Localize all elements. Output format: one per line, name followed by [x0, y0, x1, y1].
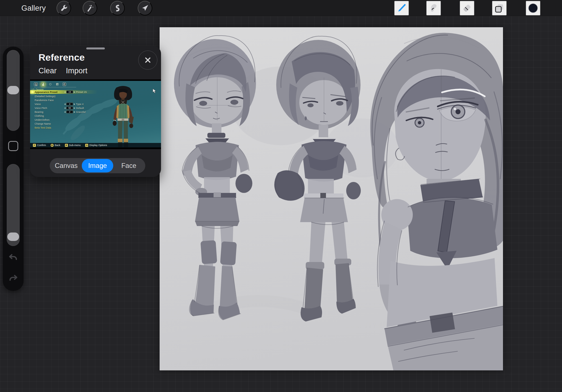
game-footer-bar: F Confirm B Back R Sub-menu G Display Op… — [30, 143, 161, 147]
color-button[interactable] — [526, 1, 540, 15]
tab-face[interactable]: Face — [113, 159, 144, 172]
stepper-right-icon — [74, 91, 75, 93]
tab-image[interactable]: Image — [82, 159, 113, 172]
drawing-canvas[interactable] — [160, 27, 503, 370]
eraser-icon — [462, 3, 472, 13]
redo-arrow-icon — [8, 273, 19, 284]
footer-submenu: R Sub-menu — [65, 144, 81, 147]
modify-button[interactable] — [8, 141, 18, 151]
brush-size-slider[interactable] — [7, 50, 20, 131]
game-menu-item: Clothing — [30, 114, 98, 118]
value-stepper: 50 Default — [64, 106, 84, 110]
artwork-sketch-three-chibi-girls — [160, 27, 503, 370]
paintbrush-icon — [396, 3, 407, 13]
game-tab-bar: Q E — [34, 82, 66, 86]
redo-button[interactable] — [7, 272, 19, 285]
tab-track-line — [34, 87, 76, 87]
game-character-model — [102, 84, 144, 147]
panel-drag-handle[interactable] — [86, 47, 105, 49]
game-screenshot: Q E Design Appearance Preset — [30, 81, 161, 147]
glow-dot-icon — [31, 91, 33, 93]
wrench-icon — [60, 4, 68, 12]
reference-mode-tabs: Canvas Image Face — [50, 158, 145, 173]
stepper-left-icon — [64, 91, 65, 93]
footer-confirm: F Confirm — [33, 144, 46, 147]
game-menu-item: Underclothes — [30, 118, 98, 122]
top-toolbar: Gallery — [0, 0, 562, 16]
erase-tool-button[interactable] — [460, 1, 474, 15]
reference-panel: Reference Clear Import — [30, 46, 161, 177]
reference-image[interactable]: Q E Design Appearance Preset — [30, 79, 161, 149]
undo-arrow-icon — [8, 252, 19, 263]
ring-tab-icon — [49, 83, 52, 86]
procreate-app: Gallery — [0, 0, 562, 392]
import-button[interactable]: Import — [66, 67, 88, 75]
game-menu-item: Randomize Face — [30, 98, 98, 102]
game-menu-item-voice: Voice 4 Type 4 — [30, 102, 98, 106]
game-menu-item-voice-pitch: Voice Pitch 50 Default — [30, 106, 98, 110]
brush-sidebar — [3, 47, 24, 291]
actions-button[interactable] — [56, 1, 71, 15]
magic-wand-icon — [86, 4, 94, 12]
clear-button[interactable]: Clear — [38, 67, 57, 75]
footer-display-options: G Display Options — [85, 144, 107, 147]
color-swatch — [528, 1, 538, 15]
opacity-slider[interactable] — [7, 164, 20, 246]
selection-button[interactable] — [110, 1, 125, 15]
value-stepper: 4 Type 4 — [64, 102, 83, 106]
smudge-tool-button[interactable] — [426, 1, 441, 15]
game-menu-item-beta: Beta Test Data — [30, 126, 98, 129]
game-menu-item: Change Name — [30, 122, 98, 126]
panel-actions: Clear Import — [38, 67, 87, 75]
paint-tool-button[interactable] — [394, 1, 409, 15]
key-hint-e: E — [63, 83, 66, 86]
panel-title: Reference — [38, 52, 85, 63]
x-icon — [144, 56, 152, 64]
layers-button[interactable] — [492, 1, 507, 15]
brush-size-handle[interactable] — [7, 86, 19, 94]
transform-arrow-icon — [141, 4, 149, 12]
undo-button[interactable] — [7, 252, 19, 264]
gallery-button[interactable]: Gallery — [20, 0, 47, 16]
grid-tab-icon — [56, 83, 59, 86]
footer-back: B Back — [51, 144, 60, 147]
smudge-finger-icon — [429, 3, 439, 13]
close-button[interactable] — [138, 51, 157, 70]
value-stepper: 15 Preset 15 — [64, 90, 87, 94]
character-tab-icon — [42, 83, 45, 86]
adjustments-button[interactable] — [83, 1, 97, 15]
game-menu-item-bearing: Bearing 2 Graceful — [30, 110, 98, 114]
layers-icon — [494, 3, 504, 13]
game-menu-item-appearance-preset: Appearance Preset 15 Preset 15 — [30, 90, 98, 94]
selection-s-icon — [113, 4, 122, 12]
transform-button[interactable] — [138, 1, 152, 15]
tab-canvas[interactable]: Canvas — [51, 159, 82, 172]
key-hint-q: Q — [34, 83, 38, 86]
game-menu-item: (Detailed Settings) — [30, 94, 98, 98]
value-stepper: 2 Graceful — [64, 110, 85, 113]
opacity-handle[interactable] — [7, 233, 19, 241]
mouse-cursor-icon — [153, 88, 157, 94]
